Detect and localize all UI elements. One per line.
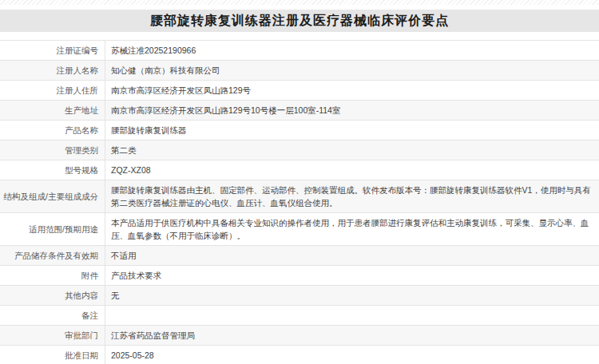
row-label: 审批部门 (0, 326, 105, 345)
row-label: 生产地址 (0, 101, 105, 120)
table-row: 备注 (0, 306, 599, 326)
row-label: 其他内容 (0, 286, 105, 305)
table-row: 产品名称 腰部旋转康复训练器 (0, 121, 599, 140)
table-row: 注册证编号 苏械注准20252190966 (0, 41, 599, 61)
row-label: 结构及组成/主要组成成分 (0, 180, 105, 212)
page: 腰部旋转康复训练器注册及医疗器械临床评价要点 注册证编号 苏械注准2025219… (0, 0, 599, 364)
row-value: 知心健（南京）科技有限公司 (105, 61, 599, 80)
row-value: 无 (105, 286, 599, 305)
row-value: 南京市高淳区经济开发区凤山路129号 (105, 81, 599, 100)
row-label: 型号规格 (0, 160, 105, 180)
table-row: 注册人住所 南京市高淳区经济开发区凤山路129号 (0, 81, 599, 101)
table-row: 结构及组成/主要组成成分 腰部旋转康复训练器由主机、固定部件、运动部件、控制装置… (0, 180, 599, 213)
row-value: 2025-05-28 (105, 346, 599, 364)
table-row: 管理类别 第二类 (0, 140, 599, 160)
table-row: 附件 产品技术要求 (0, 266, 599, 286)
row-label: 注册人名称 (0, 61, 105, 80)
row-value: 第二类 (105, 140, 599, 160)
table-row: 注册人名称 知心健（南京）科技有限公司 (0, 61, 599, 81)
row-value (105, 306, 599, 325)
table-row: 适用范围/预期用途 本产品适用于供医疗机构中具备相关专业知识的操作者使用，用于患… (0, 213, 599, 246)
row-value: ZQZ-XZ08 (105, 160, 599, 180)
row-value: 本产品适用于供医疗机构中具备相关专业知识的操作者使用，用于患者腰部进行康复评估和… (105, 213, 599, 245)
row-label: 注册证编号 (0, 41, 105, 60)
table-row: 产品储存条件及有效期 不适用 (0, 246, 599, 266)
row-value: 腰部旋转康复训练器由主机、固定部件、运动部件、控制装置组成。软件发布版本号：腰部… (105, 180, 599, 212)
table-row: 审批部门 江苏省药品监督管理局 (0, 326, 599, 346)
row-label: 备注 (0, 306, 105, 325)
page-title: 腰部旋转康复训练器注册及医疗器械临床评价要点 (150, 13, 449, 30)
row-label: 产品名称 (0, 121, 105, 140)
row-label: 附件 (0, 266, 105, 285)
row-value: 腰部旋转康复训练器 (105, 121, 599, 140)
row-label: 批准日期 (0, 346, 105, 364)
row-value: 苏械注准20252190966 (105, 41, 599, 60)
table-row: 其他内容 无 (0, 286, 599, 306)
title-bar: 腰部旋转康复训练器注册及医疗器械临床评价要点 (0, 10, 599, 32)
row-label: 注册人住所 (0, 81, 105, 100)
row-value: 南京市高淳区经济开发区凤山路129号10号楼一层100室-114室 (105, 101, 599, 120)
table-row: 批准日期 2025-05-28 (0, 346, 599, 364)
table-row: 型号规格 ZQZ-XZ08 (0, 160, 599, 180)
row-value: 产品技术要求 (105, 266, 599, 285)
table-row: 生产地址 南京市高淳区经济开发区凤山路129号10号楼一层100室-114室 (0, 101, 599, 121)
row-label: 管理类别 (0, 140, 105, 160)
row-value: 不适用 (105, 246, 599, 265)
top-edge-texture (0, 0, 599, 5)
row-value: 江苏省药品监督管理局 (105, 326, 599, 345)
row-label: 适用范围/预期用途 (0, 213, 105, 245)
registration-info-table: 注册证编号 苏械注准20252190966 注册人名称 知心健（南京）科技有限公… (0, 40, 599, 364)
row-label: 产品储存条件及有效期 (0, 246, 105, 265)
